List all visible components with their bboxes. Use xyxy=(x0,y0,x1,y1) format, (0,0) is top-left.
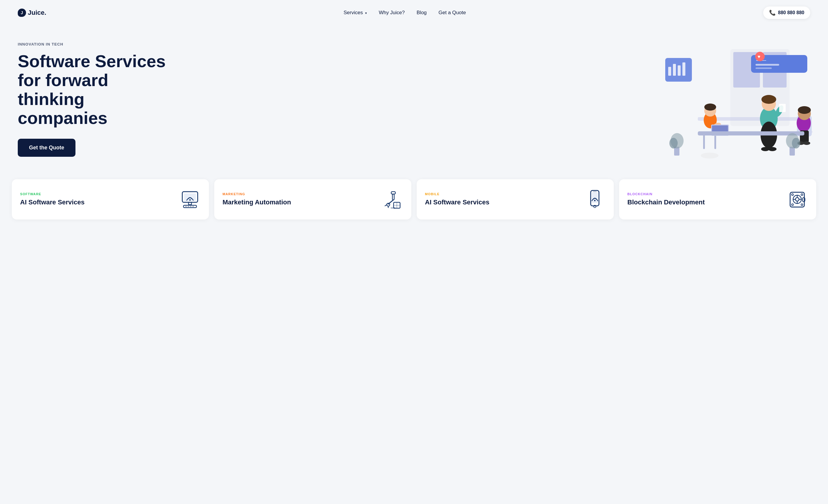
navigation: J Juice. Services ▾ Why Juice? Blog Get … xyxy=(0,0,828,26)
svg-rect-55 xyxy=(190,206,192,207)
svg-rect-79 xyxy=(802,197,805,202)
card-title-software: AI Software Services xyxy=(20,198,85,207)
card-text-marketing: MARKETING Marketing Automation xyxy=(222,192,291,207)
svg-rect-10 xyxy=(755,64,779,66)
card-title-blockchain: Blockchain Development xyxy=(627,198,705,207)
hero-illustration: ～ —— ♥ xyxy=(638,40,810,158)
svg-point-21 xyxy=(704,103,716,110)
svg-point-81 xyxy=(801,194,803,195)
service-card-mobile[interactable]: MOBILE AI Software Services xyxy=(417,179,614,220)
card-label-marketing: MARKETING xyxy=(222,192,291,196)
svg-point-27 xyxy=(761,95,776,104)
hero-eyebrow: INNOVATION IN TECH xyxy=(18,42,172,46)
robot-arm-icon xyxy=(382,189,403,210)
service-card-blockchain[interactable]: BLOCKCHAIN Blockchain Development xyxy=(619,179,816,220)
card-text-software: SOFTWARE AI Software Services xyxy=(20,192,85,207)
svg-rect-53 xyxy=(185,206,187,207)
svg-rect-5 xyxy=(673,64,676,76)
svg-point-83 xyxy=(801,204,803,205)
svg-rect-58 xyxy=(392,194,394,200)
svg-point-50 xyxy=(190,199,191,201)
nav-link-why[interactable]: Why Juice? xyxy=(379,10,405,15)
svg-point-40 xyxy=(803,141,810,145)
computer-icon xyxy=(179,189,201,210)
phone-number: 880 880 880 xyxy=(778,10,804,15)
service-card-software[interactable]: SOFTWARE AI Software Services xyxy=(12,179,209,220)
phone-badge[interactable]: 📞 880 880 880 xyxy=(763,6,810,19)
svg-point-44 xyxy=(669,138,678,148)
card-label-software: SOFTWARE xyxy=(20,192,85,196)
phone-icon: 📞 xyxy=(769,9,776,16)
nav-item-quote[interactable]: Get a Quote xyxy=(439,10,466,16)
svg-point-37 xyxy=(798,106,811,114)
nav-item-why[interactable]: Why Juice? xyxy=(379,10,405,16)
nav-link-quote[interactable]: Get a Quote xyxy=(439,10,466,15)
svg-point-31 xyxy=(761,147,770,151)
hero-content: INNOVATION IN TECH Software Services for… xyxy=(18,42,172,156)
card-text-mobile: MOBILE AI Software Services xyxy=(425,192,490,207)
svg-point-82 xyxy=(792,204,793,205)
card-text-blockchain: BLOCKCHAIN Blockchain Development xyxy=(627,192,705,207)
logo-text: Juice. xyxy=(28,9,46,16)
svg-point-74 xyxy=(795,197,799,201)
card-title-marketing: Marketing Automation xyxy=(222,198,291,207)
card-label-mobile: MOBILE xyxy=(425,192,490,196)
nav-item-blog[interactable]: Blog xyxy=(417,10,427,16)
card-title-mobile: AI Software Services xyxy=(425,198,490,207)
card-label-blockchain: BLOCKCHAIN xyxy=(627,192,705,196)
svg-rect-7 xyxy=(682,62,686,76)
svg-text:♥: ♥ xyxy=(757,54,760,59)
nav-link-services[interactable]: Services ▾ xyxy=(343,10,367,15)
svg-rect-18 xyxy=(714,134,716,149)
nav-link-blog[interactable]: Blog xyxy=(417,10,427,15)
safe-icon xyxy=(787,189,808,210)
svg-rect-56 xyxy=(192,206,194,207)
svg-point-15 xyxy=(701,153,718,158)
hero-section: INNOVATION IN TECH Software Services for… xyxy=(0,26,828,179)
get-quote-button[interactable]: Get the Quote xyxy=(18,139,76,157)
svg-point-69 xyxy=(594,200,596,201)
hero-title: Software Services for forward thinking c… xyxy=(18,52,172,127)
hero-svg: ～ —— ♥ xyxy=(638,40,810,158)
svg-rect-51 xyxy=(189,202,192,205)
svg-rect-41 xyxy=(698,131,804,135)
svg-point-47 xyxy=(792,138,800,148)
svg-rect-4 xyxy=(668,67,671,76)
svg-point-32 xyxy=(768,147,777,151)
svg-rect-11 xyxy=(755,67,772,69)
svg-line-61 xyxy=(385,205,387,206)
svg-rect-71 xyxy=(593,191,596,192)
logo-icon: J xyxy=(18,9,26,17)
svg-rect-68 xyxy=(592,192,598,203)
service-card-marketing[interactable]: MARKETING Marketing Automation xyxy=(214,179,411,220)
svg-rect-17 xyxy=(703,134,705,149)
nav-item-services[interactable]: Services ▾ xyxy=(343,10,367,16)
svg-rect-30 xyxy=(779,104,786,112)
mobile-icon xyxy=(584,189,606,210)
logo[interactable]: J Juice. xyxy=(18,9,46,17)
chevron-down-icon: ▾ xyxy=(365,11,367,15)
svg-rect-6 xyxy=(678,65,680,76)
services-section: SOFTWARE AI Software Services xyxy=(0,179,828,237)
nav-links: Services ▾ Why Juice? Blog Get a Quote xyxy=(343,10,466,16)
svg-point-80 xyxy=(792,194,793,195)
svg-rect-54 xyxy=(188,206,189,207)
svg-rect-66 xyxy=(390,207,396,209)
